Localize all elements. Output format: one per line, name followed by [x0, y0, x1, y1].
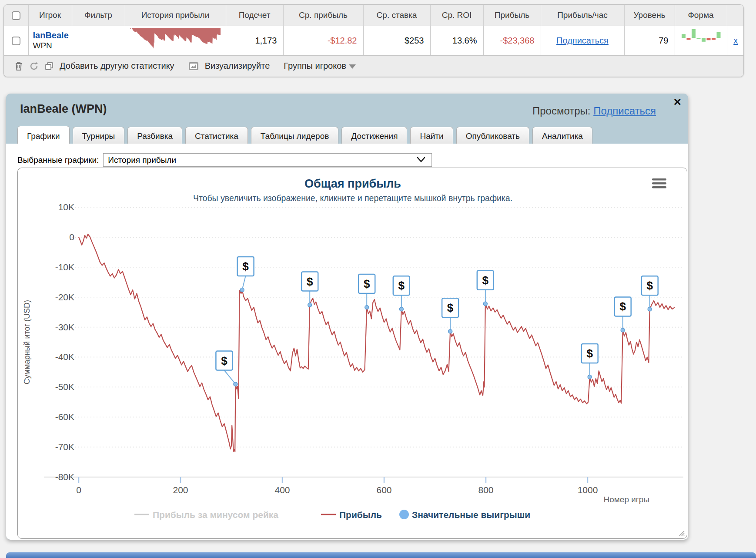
tab-7[interactable]: Опубликовать [456, 127, 529, 146]
big-win-marker-0[interactable]: $ [216, 351, 238, 387]
svg-text:0: 0 [76, 485, 81, 495]
svg-text:-20K: -20K [55, 292, 74, 302]
table-row: IanBeale WPN 1,173 -$12.82 $253 13.6% -$… [4, 26, 744, 55]
column-header-1[interactable]: Игрок [28, 5, 72, 26]
legend-item-bigwins[interactable]: Значительные выигрыши [399, 510, 530, 520]
resize-grip[interactable] [678, 530, 685, 536]
column-header-2[interactable]: Фильтр [72, 5, 125, 26]
column-header-11[interactable]: Форма [675, 5, 727, 26]
level-cell: 79 [624, 26, 675, 55]
close-icon[interactable]: × [673, 95, 681, 108]
avg-roi-cell: 13.6% [430, 26, 483, 55]
screen: ИгрокФильтрИстория прибылиПодсчетСр. при… [0, 0, 756, 558]
svg-text:400: 400 [274, 485, 290, 495]
player-name-link[interactable]: IanBeale [33, 30, 71, 40]
svg-text:-60K: -60K [55, 412, 74, 422]
chart-menu-icon[interactable] [652, 178, 666, 188]
svg-text:-30K: -30K [55, 322, 74, 332]
panel-title: IanBeale (WPN) [20, 102, 107, 116]
svg-text:-70K: -70K [55, 442, 74, 452]
big-win-marker-7[interactable]: $ [582, 344, 598, 379]
big-win-marker-6[interactable]: $ [477, 271, 494, 306]
column-header-7[interactable]: Ср. ROI [430, 5, 483, 26]
panel-content: Выбранные графики: История прибыли Общая… [6, 144, 688, 540]
profit-chart-container[interactable]: Общая прибыльЧтобы увеличить изображение… [17, 168, 687, 539]
tab-1[interactable]: Турниры [73, 127, 125, 146]
svg-text:0: 0 [69, 232, 74, 242]
column-header-5[interactable]: Ср. прибыль [283, 5, 363, 26]
panel-tabs: ГрафикиТурнирыРазбивкаСтатистикаТаблицы … [17, 126, 592, 146]
column-header-3[interactable]: История прибыли [125, 5, 226, 26]
legend-item-profit[interactable]: Прибыль [321, 510, 382, 520]
form-cell [675, 26, 727, 55]
svg-text:-40K: -40K [55, 352, 74, 362]
table-header-row: ИгрокФильтрИстория прибылиПодсчетСр. при… [4, 5, 744, 26]
remove-cell: x [727, 26, 744, 55]
tab-6[interactable]: Найти [410, 127, 453, 146]
svg-text:Чтобы увеличить изображение, к: Чтобы увеличить изображение, кликните и … [193, 193, 512, 203]
svg-text:600: 600 [376, 485, 391, 495]
column-header-12[interactable] [727, 5, 744, 26]
svg-text:200: 200 [173, 485, 188, 495]
big-win-marker-5[interactable]: $ [442, 298, 458, 333]
big-win-marker-4[interactable]: $ [393, 276, 410, 311]
filter-cell[interactable] [72, 26, 125, 55]
selected-charts-label: Выбранные графики: [17, 155, 99, 165]
tab-2[interactable]: Разбивка [127, 127, 182, 146]
tab-0[interactable]: Графики [17, 126, 70, 146]
tab-5[interactable]: Достижения [341, 127, 407, 146]
column-header-10[interactable]: Уровень [624, 5, 675, 26]
legend: Прибыль за минусом рейкаПрибыльЗначитель… [134, 510, 530, 520]
visualize-icon[interactable] [188, 62, 199, 71]
svg-text:Суммарный итог (USD): Суммарный итог (USD) [23, 300, 31, 384]
svg-text:Значительные выигрыши: Значительные выигрыши [412, 510, 530, 520]
svg-text:Прибыль: Прибыль [339, 510, 382, 520]
svg-text:-10K: -10K [55, 262, 74, 272]
svg-text:800: 800 [478, 485, 493, 495]
player-detail-panel: IanBeale (WPN) Просмотры: Подписаться × … [6, 94, 688, 540]
profit-per-hour-cell: Подписаться [541, 26, 624, 55]
legend-item-rake[interactable]: Прибыль за минусом рейка [134, 510, 278, 520]
svg-text:Общая прибыль: Общая прибыль [304, 177, 401, 190]
big-win-marker-1[interactable]: $ [238, 257, 254, 292]
column-header-4[interactable]: Подсчет [226, 5, 283, 26]
next-window-edge[interactable] [6, 552, 756, 558]
svg-text:1000: 1000 [578, 485, 598, 495]
svg-text:$: $ [364, 277, 370, 290]
svg-text:$: $ [482, 274, 489, 287]
svg-text:$: $ [307, 275, 313, 288]
delete-icon[interactable] [14, 61, 23, 71]
column-header-0[interactable] [4, 5, 28, 26]
caret-down-icon [349, 64, 356, 69]
row-checkbox[interactable] [12, 37, 20, 45]
profit-history-sparkline [127, 26, 223, 53]
player-cell: IanBeale WPN [28, 26, 72, 55]
views-subscribe-link[interactable]: Подписаться [593, 105, 656, 117]
subscribe-link[interactable]: Подписаться [556, 36, 609, 45]
column-header-9[interactable]: Прибыль/час [541, 5, 624, 26]
column-header-8[interactable]: Прибыль [483, 5, 541, 26]
player-groups-dropdown[interactable]: Группы игроков [284, 61, 356, 71]
svg-text:$: $ [447, 301, 454, 314]
visualize-button[interactable]: Визуализируйте [205, 61, 270, 71]
svg-text:$: $ [242, 260, 249, 273]
big-win-marker-8[interactable]: $ [615, 297, 631, 332]
tab-3[interactable]: Статистика [185, 127, 248, 146]
tab-4[interactable]: Таблицы лидеров [251, 127, 338, 146]
profit-chart[interactable]: Общая прибыльЧтобы увеличить изображение… [18, 168, 687, 538]
tab-8[interactable]: Аналитика [532, 127, 592, 146]
add-statistic-button[interactable]: Добавить другую статистику [60, 61, 174, 71]
refresh-icon[interactable] [29, 61, 39, 71]
column-header-6[interactable]: Ср. ставка [363, 5, 430, 26]
chart-select[interactable]: История прибыли [103, 153, 432, 167]
svg-text:$: $ [398, 279, 405, 292]
svg-text:-50K: -50K [55, 382, 74, 392]
copy-icon[interactable] [45, 62, 54, 71]
views-label: Просмотры: [532, 105, 591, 117]
svg-text:$: $ [586, 347, 593, 360]
profit-cell: -$23,368 [483, 26, 541, 55]
select-all-checkbox[interactable] [12, 11, 20, 20]
remove-row-link[interactable]: x [733, 36, 738, 45]
profit-history-cell[interactable] [125, 26, 226, 55]
player-stats-table: ИгрокФильтрИстория прибылиПодсчетСр. при… [3, 4, 744, 77]
